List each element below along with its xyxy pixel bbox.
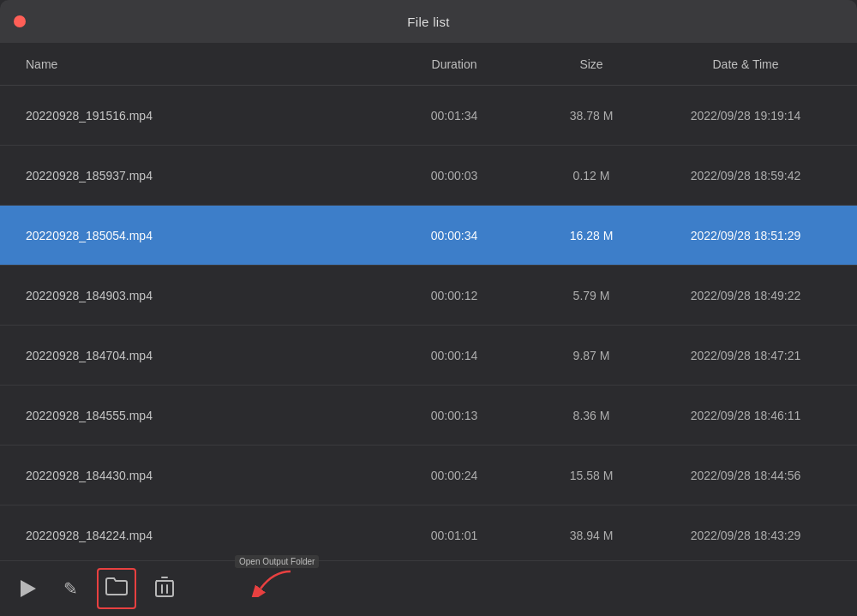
annotation-arrow [248,567,295,597]
play-button[interactable] [17,577,39,601]
window-controls [14,15,26,27]
cell-datetime: 2022/09/28 18:49:22 [651,289,840,302]
cell-datetime: 2022/09/28 18:46:11 [651,409,840,422]
folder-tooltip: Open Output Folder [235,555,319,568]
table-row[interactable]: 20220928_184704.mp4 00:00:14 9.87 M 2022… [0,326,857,386]
cell-datetime: 2022/09/28 18:44:56 [651,469,840,482]
table-body: 20220928_191516.mp4 00:01:34 38.78 M 202… [0,86,857,560]
svg-rect-1 [156,581,173,596]
cell-name: 20220928_184430.mp4 [17,469,377,482]
cell-size: 38.94 M [531,529,651,542]
cell-size: 38.78 M [531,109,651,123]
open-folder-button[interactable] [102,573,131,604]
table-row[interactable]: 20220928_184224.mp4 00:01:01 38.94 M 202… [0,505,857,560]
table-row[interactable]: 20220928_185054.mp4 00:00:34 16.28 M 202… [0,206,857,266]
cell-name: 20220928_185937.mp4 [17,169,377,182]
col-header-name: Name [17,57,377,71]
cell-datetime: 2022/09/28 18:47:21 [651,349,840,362]
cell-duration: 00:00:12 [377,289,531,302]
table-row[interactable]: 20220928_184555.mp4 00:00:13 8.36 M 2022… [0,386,857,446]
table-row[interactable]: 20220928_185937.mp4 00:00:03 0.12 M 2022… [0,146,857,206]
play-icon [21,580,36,597]
cell-name: 20220928_185054.mp4 [17,229,377,242]
cell-size: 5.79 M [531,289,651,302]
cell-duration: 00:00:13 [377,409,531,422]
col-header-duration: Duration [377,57,531,71]
cell-size: 8.36 M [531,409,651,422]
table-row[interactable]: 20220928_191516.mp4 00:01:34 38.78 M 202… [0,86,857,146]
cell-name: 20220928_184555.mp4 [17,409,377,422]
cell-size: 0.12 M [531,169,651,182]
cell-size: 9.87 M [531,349,651,362]
main-window: File list Name Duration Size Date & Time… [0,0,857,616]
cell-duration: 00:01:34 [377,109,531,123]
bottom-toolbar: ✎ Open Output Folder [0,560,857,616]
cell-duration: 00:00:24 [377,469,531,482]
folder-icon [105,577,128,601]
cell-size: 15.58 M [531,469,651,482]
window-title: File list [407,15,449,29]
file-table: Name Duration Size Date & Time 20220928_… [0,43,857,560]
open-folder-wrap: Open Output Folder [102,573,131,604]
close-button[interactable] [14,15,26,27]
title-bar: File list [0,0,857,43]
cell-name: 20220928_184224.mp4 [17,529,377,542]
cell-datetime: 2022/09/28 19:19:14 [651,109,840,123]
delete-button[interactable] [152,573,177,605]
cell-name: 20220928_184704.mp4 [17,349,377,362]
trash-icon [155,577,174,601]
pencil-icon: ✎ [63,578,78,599]
col-header-datetime: Date & Time [651,57,840,71]
cell-duration: 00:00:14 [377,349,531,362]
table-row[interactable]: 20220928_184430.mp4 00:00:24 15.58 M 202… [0,446,857,505]
edit-button[interactable]: ✎ [60,575,81,602]
cell-datetime: 2022/09/28 18:43:29 [651,529,840,542]
cell-duration: 00:00:03 [377,169,531,182]
table-header: Name Duration Size Date & Time [0,43,857,86]
col-header-size: Size [531,57,651,71]
cell-datetime: 2022/09/28 18:51:29 [651,229,840,242]
cell-name: 20220928_184903.mp4 [17,289,377,302]
cell-size: 16.28 M [531,229,651,242]
table-row[interactable]: 20220928_184903.mp4 00:00:12 5.79 M 2022… [0,266,857,326]
cell-datetime: 2022/09/28 18:59:42 [651,169,840,182]
cell-duration: 00:00:34 [377,229,531,242]
cell-duration: 00:01:01 [377,529,531,542]
cell-name: 20220928_191516.mp4 [17,109,377,123]
